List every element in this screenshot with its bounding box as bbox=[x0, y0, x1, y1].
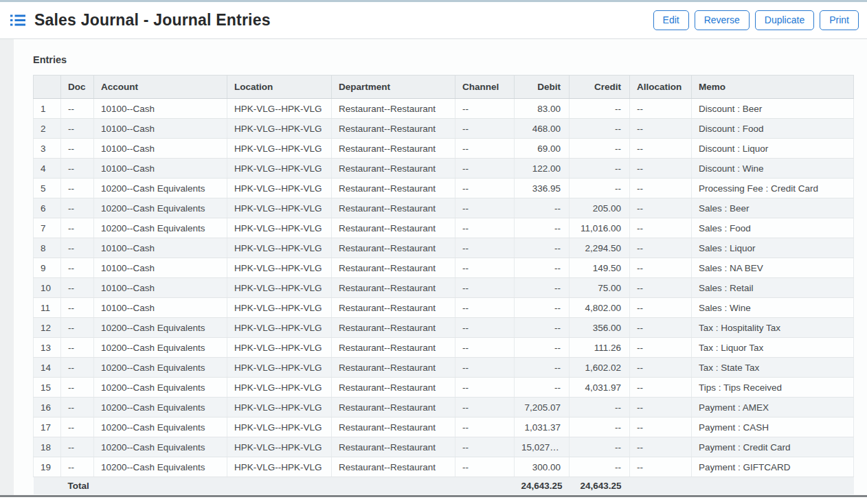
debit-cell: 1,031.37 bbox=[515, 417, 570, 437]
memo-cell: Sales : Food bbox=[692, 218, 854, 238]
bottom-border-line bbox=[0, 495, 867, 497]
credit-cell: 4,031.97 bbox=[570, 378, 630, 398]
location-cell: HPK-VLG--HPK-VLG bbox=[227, 258, 332, 278]
channel-cell: -- bbox=[455, 218, 515, 238]
location-cell: HPK-VLG--HPK-VLG bbox=[227, 398, 332, 417]
department-cell: Restaurant--Restaurant bbox=[332, 338, 455, 358]
account-cell: 10200--Cash Equivalents bbox=[94, 179, 227, 198]
debit-cell: 122.00 bbox=[515, 159, 570, 179]
debit-cell: 468.00 bbox=[515, 119, 570, 139]
entry-row: 10 -- 10100--Cash HPK-VLG--HPK-VLG Resta… bbox=[34, 278, 854, 298]
memo-cell: Discount : Liquor bbox=[692, 139, 854, 159]
department-cell: Restaurant--Restaurant bbox=[332, 398, 455, 417]
allocation-cell: -- bbox=[630, 417, 692, 437]
reverse-button[interactable]: Reverse bbox=[695, 10, 750, 30]
location-cell: HPK-VLG--HPK-VLG bbox=[227, 318, 332, 338]
location-cell: HPK-VLG--HPK-VLG bbox=[227, 437, 332, 457]
location-cell: HPK-VLG--HPK-VLG bbox=[227, 338, 332, 358]
account-cell: 10200--Cash Equivalents bbox=[94, 338, 227, 358]
debit-cell: -- bbox=[515, 258, 570, 278]
account-cell: 10100--Cash bbox=[94, 238, 227, 258]
debit-cell: -- bbox=[515, 358, 570, 378]
location-cell: HPK-VLG--HPK-VLG bbox=[227, 417, 332, 437]
department-cell: Restaurant--Restaurant bbox=[332, 99, 455, 119]
row-number-cell: 4 bbox=[34, 159, 61, 179]
entry-row: 18 -- 10200--Cash Equivalents HPK-VLG--H… bbox=[34, 437, 854, 457]
row-number-cell: 3 bbox=[34, 139, 61, 159]
col-header-allocation: Allocation bbox=[630, 76, 692, 99]
print-button[interactable]: Print bbox=[820, 10, 859, 30]
location-cell: HPK-VLG--HPK-VLG bbox=[227, 159, 332, 179]
doc-cell: -- bbox=[61, 338, 94, 358]
col-header-credit: Credit bbox=[570, 76, 630, 99]
row-number-cell: 19 bbox=[34, 457, 61, 477]
col-header-location: Location bbox=[227, 76, 332, 99]
total-label: Total bbox=[61, 477, 227, 494]
duplicate-button[interactable]: Duplicate bbox=[755, 10, 814, 30]
account-cell: 10100--Cash bbox=[94, 278, 227, 298]
row-number-cell: 8 bbox=[34, 238, 61, 258]
account-cell: 10200--Cash Equivalents bbox=[94, 198, 227, 218]
journal-list-icon[interactable] bbox=[10, 14, 25, 26]
entry-row: 4 -- 10100--Cash HPK-VLG--HPK-VLG Restau… bbox=[34, 159, 854, 179]
row-number-cell: 6 bbox=[34, 198, 61, 218]
account-cell: 10200--Cash Equivalents bbox=[94, 417, 227, 437]
allocation-cell: -- bbox=[630, 457, 692, 477]
channel-cell: -- bbox=[455, 99, 515, 119]
col-header-channel: Channel bbox=[455, 76, 515, 99]
doc-cell: -- bbox=[61, 258, 94, 278]
titlebar: Sales Journal - Journal Entries Edit Rev… bbox=[0, 2, 867, 39]
credit-cell: -- bbox=[570, 179, 630, 198]
doc-cell: -- bbox=[61, 457, 94, 477]
location-cell: HPK-VLG--HPK-VLG bbox=[227, 298, 332, 318]
memo-cell: Sales : Retail bbox=[692, 278, 854, 298]
department-cell: Restaurant--Restaurant bbox=[332, 258, 455, 278]
account-cell: 10200--Cash Equivalents bbox=[94, 318, 227, 338]
account-cell: 10100--Cash bbox=[94, 298, 227, 318]
account-cell: 10200--Cash Equivalents bbox=[94, 457, 227, 477]
memo-cell: Payment : AMEX bbox=[692, 398, 854, 417]
department-cell: Restaurant--Restaurant bbox=[332, 278, 455, 298]
memo-cell: Sales : Beer bbox=[692, 198, 854, 218]
channel-cell: -- bbox=[455, 179, 515, 198]
location-cell: HPK-VLG--HPK-VLG bbox=[227, 378, 332, 398]
credit-cell: -- bbox=[570, 99, 630, 119]
allocation-cell: -- bbox=[630, 338, 692, 358]
memo-cell: Tax : State Tax bbox=[692, 358, 854, 378]
doc-cell: -- bbox=[61, 298, 94, 318]
credit-cell: 149.50 bbox=[570, 258, 630, 278]
entry-row: 15 -- 10200--Cash Equivalents HPK-VLG--H… bbox=[34, 378, 854, 398]
row-number-cell: 7 bbox=[34, 218, 61, 238]
department-cell: Restaurant--Restaurant bbox=[332, 119, 455, 139]
debit-cell: -- bbox=[515, 378, 570, 398]
entries-section-label: Entries bbox=[14, 39, 867, 65]
credit-cell: 4,802.00 bbox=[570, 298, 630, 318]
credit-cell: 205.00 bbox=[570, 198, 630, 218]
channel-cell: -- bbox=[455, 338, 515, 358]
doc-cell: -- bbox=[61, 218, 94, 238]
account-cell: 10100--Cash bbox=[94, 159, 227, 179]
total-debit: 24,643.25 bbox=[515, 477, 570, 494]
memo-cell: Payment : GIFTCARD bbox=[692, 457, 854, 477]
memo-cell: Discount : Wine bbox=[692, 159, 854, 179]
entry-row: 3 -- 10100--Cash HPK-VLG--HPK-VLG Restau… bbox=[34, 139, 854, 159]
allocation-cell: -- bbox=[630, 119, 692, 139]
account-cell: 10100--Cash bbox=[94, 119, 227, 139]
edit-button[interactable]: Edit bbox=[653, 10, 689, 30]
row-number-cell: 12 bbox=[34, 318, 61, 338]
debit-cell: -- bbox=[515, 278, 570, 298]
account-cell: 10200--Cash Equivalents bbox=[94, 358, 227, 378]
credit-cell: -- bbox=[570, 139, 630, 159]
doc-cell: -- bbox=[61, 437, 94, 457]
memo-cell: Tips : Tips Received bbox=[692, 378, 854, 398]
allocation-cell: -- bbox=[630, 278, 692, 298]
allocation-cell: -- bbox=[630, 258, 692, 278]
col-header-doc: Doc bbox=[61, 76, 94, 99]
col-header-memo: Memo bbox=[692, 76, 854, 99]
location-cell: HPK-VLG--HPK-VLG bbox=[227, 99, 332, 119]
row-number-cell: 13 bbox=[34, 338, 61, 358]
doc-cell: -- bbox=[61, 398, 94, 417]
allocation-cell: -- bbox=[630, 238, 692, 258]
credit-cell: 1,602.02 bbox=[570, 358, 630, 378]
entry-row: 14 -- 10200--Cash Equivalents HPK-VLG--H… bbox=[34, 358, 854, 378]
